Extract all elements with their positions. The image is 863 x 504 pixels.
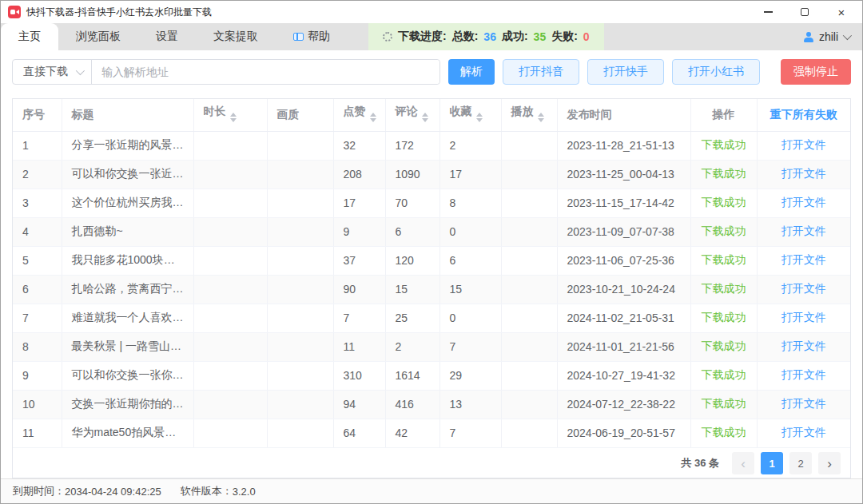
open-douyin-button[interactable]: 打开抖音 — [503, 59, 579, 85]
tab-help-label: 帮助 — [308, 30, 330, 44]
cell-quality — [267, 275, 333, 304]
cell-index: 2 — [13, 160, 62, 189]
open-file-link[interactable]: 打开文件 — [781, 253, 826, 266]
open-file-link[interactable]: 打开文件 — [781, 397, 826, 410]
open-xiaohongshu-button[interactable]: 打开小红书 — [672, 59, 760, 85]
open-file-link[interactable]: 打开文件 — [781, 339, 826, 352]
col-header-duration[interactable]: 时长 — [193, 99, 267, 131]
cell-likes: 64 — [333, 419, 385, 447]
cell-comments: 120 — [385, 246, 439, 275]
chevron-right-icon: › — [827, 457, 832, 470]
progress-total-label: 总数: — [452, 30, 479, 44]
table-row: 7 难道就我一个人喜欢拍... 7 25 0 2024-11-02_21-05-… — [13, 304, 850, 332]
cell-comments: 416 — [385, 390, 439, 419]
cell-publish-time: 2023-10-21_10-24-24 — [557, 275, 690, 304]
cell-favorites: 7 — [439, 419, 501, 447]
download-mode-value: 直接下载 — [23, 65, 68, 79]
page-button-2[interactable]: 2 — [789, 452, 812, 474]
tab-home-label: 主页 — [18, 30, 41, 44]
cell-plays — [501, 390, 557, 419]
col-header-likes[interactable]: 点赞 — [333, 99, 385, 131]
open-file-link[interactable]: 打开文件 — [781, 311, 826, 323]
cell-quality — [267, 131, 333, 160]
open-file-link[interactable]: 打开文件 — [781, 138, 826, 151]
cell-title: 这个价位杭州买房我会... — [62, 189, 193, 217]
download-status-badge: 下载成功 — [702, 311, 746, 323]
cell-plays — [501, 131, 557, 160]
cell-index: 10 — [13, 390, 62, 419]
cell-duration — [193, 419, 267, 447]
redownload-failed-link[interactable]: 重下所有失败 — [757, 99, 850, 131]
maximize-button[interactable] — [798, 6, 811, 18]
col-header-plays[interactable]: 播放 — [501, 99, 557, 131]
cell-favorites: 13 — [439, 390, 501, 419]
cell-likes: 90 — [333, 275, 385, 304]
cell-index: 1 — [13, 131, 62, 160]
open-file-link[interactable]: 打开文件 — [781, 426, 826, 439]
cell-title: 可以和你交换一张近期... — [62, 160, 193, 189]
maximize-icon — [801, 8, 809, 16]
open-file-link[interactable]: 打开文件 — [781, 282, 826, 295]
cell-likes: 9 — [333, 217, 385, 246]
cell-favorites: 17 — [439, 160, 501, 189]
download-status-badge: 下载成功 — [702, 368, 746, 381]
tab-help[interactable]: 帮助 — [276, 23, 348, 50]
progress-total-value: 36 — [483, 30, 496, 43]
version-value: 3.2.0 — [233, 486, 256, 498]
table-row: 2 可以和你交换一张近期... 208 1090 17 2023-11-25_0… — [13, 160, 850, 189]
cell-title: 可以和你交换一张你拍... — [62, 361, 193, 390]
open-kuaishou-button[interactable]: 打开快手 — [587, 59, 664, 85]
cell-title: 华为mate50拍风景，好... — [62, 419, 193, 447]
open-file-link[interactable]: 打开文件 — [781, 196, 826, 208]
close-button[interactable]: × — [835, 6, 848, 18]
page-button-1[interactable]: 1 — [761, 452, 783, 474]
next-page-button[interactable]: › — [818, 452, 841, 474]
download-mode-select[interactable]: 直接下载 — [13, 60, 92, 84]
col-header-favorites[interactable]: 收藏 — [439, 99, 501, 131]
open-file-link[interactable]: 打开文件 — [781, 167, 826, 180]
cell-quality — [267, 419, 333, 447]
table-row: 9 可以和你交换一张你拍... 310 1614 29 2024-10-27_1… — [13, 361, 850, 390]
tab-browser-panel[interactable]: 浏览面板 — [58, 23, 138, 50]
table-row: 3 这个价位杭州买房我会... 17 70 8 2023-11-15_17-14… — [13, 189, 850, 217]
cell-publish-time: 2024-11-02_21-05-31 — [557, 304, 690, 332]
app-logo-icon — [8, 6, 21, 18]
force-stop-button[interactable]: 强制停止 — [781, 59, 851, 85]
table-row: 5 我只能多花1000块钱才... 37 120 6 2023-11-06_07… — [13, 246, 850, 275]
tab-copy-extract[interactable]: 文案提取 — [196, 23, 276, 50]
open-file-link[interactable]: 打开文件 — [781, 224, 826, 237]
cell-plays — [501, 361, 557, 390]
cell-likes: 7 — [333, 304, 385, 332]
col-header-comments[interactable]: 评论 — [385, 99, 439, 131]
download-status-badge: 下载成功 — [702, 138, 746, 151]
cell-comments: 70 — [385, 189, 439, 217]
cell-comments: 1614 — [385, 361, 439, 390]
cell-duration — [193, 332, 267, 361]
cell-publish-time: 2023-11-06_07-25-36 — [557, 246, 690, 275]
cell-quality — [267, 304, 333, 332]
cell-title: 扎西德勒~ — [62, 217, 193, 246]
cell-title: 分享一张近期的风景照吧! — [62, 131, 193, 160]
cell-plays — [501, 217, 557, 246]
sort-icon — [476, 109, 483, 125]
cell-likes: 32 — [333, 131, 385, 160]
tab-browser-panel-label: 浏览面板 — [76, 30, 121, 44]
sort-icon — [230, 109, 237, 125]
tab-home[interactable]: 主页 — [1, 23, 58, 50]
download-status-badge: 下载成功 — [702, 167, 746, 180]
user-menu[interactable]: zhili — [804, 23, 862, 50]
cell-quality — [267, 390, 333, 419]
url-input-group: 直接下载 — [12, 59, 440, 85]
prev-page-button[interactable]: ‹ — [732, 452, 754, 474]
cell-comments: 172 — [385, 131, 439, 160]
parse-button[interactable]: 解析 — [448, 59, 495, 85]
download-table: 序号 标题 时长 画质 点赞 评论 收藏 播放 发布时间 操作 重下所有失败 1 — [13, 99, 850, 448]
url-input[interactable] — [92, 60, 439, 84]
minimize-button[interactable] — [762, 6, 774, 18]
download-progress-panel: 下载进度: 总数: 36 成功: 35 失败: 0 — [368, 23, 604, 50]
cell-duration — [193, 217, 267, 246]
cell-index: 4 — [13, 217, 62, 246]
tab-settings[interactable]: 设置 — [138, 23, 196, 50]
open-file-link[interactable]: 打开文件 — [781, 368, 826, 381]
cell-duration — [193, 361, 267, 390]
